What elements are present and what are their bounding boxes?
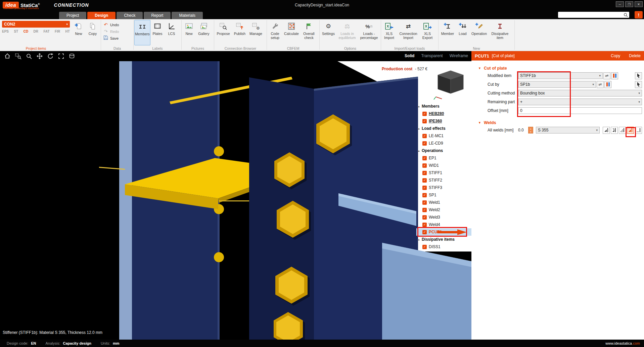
new-operation-button[interactable]: Operation — [469, 20, 489, 45]
stepper-down-icon[interactable]: ▼ — [528, 130, 533, 133]
code-setup-button[interactable]: Code setup — [268, 20, 282, 45]
checkbox-icon[interactable]: ✓ — [422, 134, 427, 138]
labels-members-button[interactable]: Members — [134, 20, 150, 45]
publish-button[interactable]: Publish — [232, 20, 248, 45]
tree-section-members[interactable]: ▲Members — [416, 103, 471, 110]
tree-item-le-mc1[interactable]: ✓LE-MC1 — [416, 132, 471, 140]
labels-lcs-button[interactable]: LCS — [165, 20, 179, 45]
checkbox-icon[interactable]: ✓ — [422, 200, 427, 205]
save-button[interactable]: Save — [103, 35, 131, 41]
minimize-button[interactable]: ─ — [616, 1, 624, 7]
view-mode-wireframe[interactable]: Wireframe — [450, 53, 468, 58]
tree-item-weld2[interactable]: ✓Weld2 — [416, 206, 471, 214]
tree-section-operations[interactable]: ▲Operations — [416, 147, 471, 154]
navigation-cube[interactable] — [433, 69, 468, 101]
checkbox-icon[interactable]: ✓ — [422, 230, 427, 234]
pictures-gallery-button[interactable]: Gallery — [196, 20, 212, 45]
section-cut-of-plate[interactable]: ▼ Cut of plate — [471, 65, 644, 71]
copy-operation-button[interactable]: Copy — [611, 53, 620, 58]
zoom-button[interactable] — [25, 52, 33, 60]
loads-percentage-button[interactable]: %⚖ Loads - percentage — [358, 20, 380, 45]
tree-item-heb280[interactable]: ✓HEB280 — [416, 110, 471, 117]
website-link[interactable]: www.ideastatica.com — [605, 341, 640, 345]
close-button[interactable]: ✕ — [635, 1, 643, 7]
checkbox-icon[interactable]: ✓ — [422, 171, 427, 175]
help-button[interactable]: ! — [635, 11, 643, 18]
swap-plates-button[interactable]: ⇌ — [597, 81, 604, 88]
tree-item-stiff1[interactable]: ✓STIFF1 — [416, 169, 471, 177]
new-dissipative-item-button[interactable]: Dissipative item — [489, 20, 511, 45]
tree-item-le-cd9[interactable]: ✓LE-CD9 — [416, 140, 471, 147]
weld-type-none-button[interactable] — [635, 127, 642, 134]
new-member-button[interactable]: Member — [439, 20, 456, 45]
code-st[interactable]: ST — [14, 30, 18, 33]
checkbox-icon[interactable]: ✓ — [422, 193, 427, 197]
xls-import-button[interactable]: X XLS Import — [382, 20, 397, 45]
overall-check-button[interactable]: Overall check — [301, 20, 317, 45]
plate-side-button[interactable] — [604, 81, 611, 88]
cutting-method-combo[interactable]: Bounding box ▾ — [518, 90, 642, 97]
code-ht[interactable]: HT — [65, 30, 70, 33]
redo-button[interactable]: ↷ Redo — [103, 29, 131, 34]
calculate-button[interactable]: Calculate — [282, 20, 301, 45]
code-dr[interactable]: DR — [34, 30, 38, 33]
modified-item-combo[interactable]: STIFF1b ▾ — [518, 72, 603, 79]
undo-button[interactable]: ↶ Undo — [103, 22, 131, 28]
weld-type-fillet-button[interactable] — [603, 127, 610, 134]
maximize-button[interactable]: ❐ — [625, 1, 633, 7]
section-welds[interactable]: ▼ Welds — [471, 120, 644, 126]
tree-item-weld1[interactable]: ✓Weld1 — [416, 199, 471, 206]
checkbox-icon[interactable]: ✓ — [422, 245, 427, 249]
tree-item-sp1[interactable]: ✓SP1 — [416, 191, 471, 199]
weld-type-both-sides-button[interactable] — [611, 127, 618, 134]
view-mode-solid[interactable]: Solid — [405, 53, 414, 58]
3d-scene[interactable] — [0, 61, 471, 340]
checkbox-icon[interactable]: ✓ — [422, 163, 427, 168]
checkbox-icon[interactable]: ✓ — [422, 186, 427, 190]
pan-button[interactable] — [36, 52, 44, 60]
viewport-3d[interactable]: Solid Transparent Wireframe — [0, 51, 471, 340]
checkbox-icon[interactable]: ✓ — [422, 223, 427, 227]
tree-item-ep1[interactable]: ✓EP1 — [416, 154, 471, 162]
code-fat[interactable]: FAT — [43, 30, 49, 33]
weld-type-selected-button[interactable] — [627, 127, 634, 134]
checkbox-icon[interactable]: ✓ — [422, 156, 427, 160]
checkbox-icon[interactable]: ✓ — [422, 141, 427, 146]
clip-section-button[interactable] — [68, 52, 76, 60]
tab-report[interactable]: Report — [144, 12, 171, 19]
tab-project[interactable]: Project — [59, 12, 86, 19]
tree-item-wid1[interactable]: ✓WID1 — [416, 162, 471, 169]
connection-import-button[interactable]: ⇄ Connection Import — [397, 20, 420, 45]
code-fir[interactable]: FIR — [55, 30, 60, 33]
new-project-item-button[interactable]: New — [72, 20, 85, 45]
search-input[interactable] — [558, 12, 624, 17]
loads-in-equilibrium-button[interactable]: ⚖ Loads in equilibrium — [336, 20, 358, 45]
tab-check[interactable]: Check — [117, 12, 143, 19]
tree-item-weld3[interactable]: ✓Weld3 — [416, 214, 471, 221]
project-item-combo[interactable]: CON2 ▾ — [2, 21, 70, 28]
tree-item-weld4[interactable]: ✓Weld4 — [416, 221, 471, 228]
labels-plates-button[interactable]: Plates — [150, 20, 165, 45]
checkbox-icon[interactable]: ✓ — [422, 119, 427, 123]
cut-by-combo[interactable]: SP1b ▾ — [518, 81, 596, 88]
tab-materials[interactable]: Materials — [172, 12, 203, 19]
settings-button[interactable]: ⚙ Settings — [320, 20, 336, 45]
copy-project-item-button[interactable]: Copy — [86, 20, 99, 45]
fit-view-button[interactable] — [57, 52, 65, 60]
code-cd[interactable]: CD — [24, 30, 28, 33]
pictures-new-button[interactable]: New — [182, 20, 196, 45]
swap-plates-button[interactable]: ⇌ — [603, 72, 610, 79]
new-load-button[interactable]: Load — [456, 20, 469, 45]
remaining-part-combo[interactable]: + ▾ — [518, 99, 642, 105]
tree-section-dissipative-items[interactable]: ▲Dissipative items — [416, 236, 471, 243]
zoom-window-button[interactable] — [14, 52, 22, 60]
stepper-up-icon[interactable]: ▲ — [528, 127, 533, 130]
checkbox-icon[interactable]: ✓ — [422, 112, 427, 116]
tree-item-ipe360[interactable]: ✓IPE360 — [416, 117, 471, 125]
delete-operation-button[interactable]: Delete — [629, 53, 641, 58]
weld-type-butt-button[interactable] — [619, 127, 626, 134]
tree-item-diss1[interactable]: ✓DISS1 — [416, 243, 471, 250]
weld-size-stepper[interactable]: ▲ ▼ — [528, 127, 533, 133]
manage-button[interactable]: ⚙ Manage — [248, 20, 264, 45]
home-view-button[interactable] — [3, 52, 11, 60]
